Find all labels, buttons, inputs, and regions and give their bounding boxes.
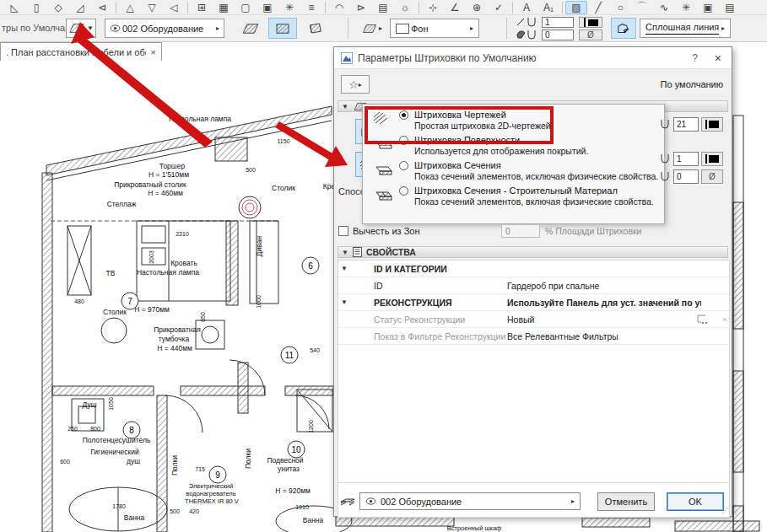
view-tab[interactable]: . План расстановки мебели и обор... × bbox=[0, 42, 162, 61]
plan-label: Полотенцесушитель bbox=[83, 436, 151, 444]
polyline-tool-icon[interactable]: ⌒ bbox=[631, 0, 653, 14]
subtract-percent-field[interactable]: 0 bbox=[501, 224, 540, 238]
roof-icon[interactable]: ◿ bbox=[69, 2, 91, 13]
star-icon: ☆ bbox=[348, 78, 359, 91]
plan-label: 2310 bbox=[176, 231, 189, 237]
label-tool-icon[interactable]: A₁ bbox=[537, 2, 559, 13]
slab-icon[interactable]: ◁ bbox=[163, 2, 185, 13]
lamp-icon[interactable]: ☼ bbox=[394, 2, 416, 13]
hatch-category-option-1[interactable]: Штриховка ЧертежейПростая штриховка 2D-ч… bbox=[371, 109, 664, 132]
plan-label: ТВ bbox=[106, 269, 116, 277]
dimension-icon[interactable]: ⊹ bbox=[422, 2, 444, 13]
collapse-triangle-icon[interactable]: ▼ bbox=[338, 298, 350, 306]
dialog-titlebar[interactable]: Параметры Штриховки по Умолчанию ? × bbox=[334, 47, 732, 69]
drawing-tool-icon[interactable]: ▤ bbox=[719, 2, 741, 13]
dialog-footer: 002 Оборудование ▸ Отменить OK bbox=[334, 489, 732, 513]
reconstruction-status-icon bbox=[695, 314, 709, 325]
fill-pen-icon bbox=[516, 17, 538, 28]
fill-pen-swatch[interactable] bbox=[579, 17, 602, 28]
footer-layer-dropdown[interactable]: 002 Оборудование ▸ bbox=[359, 492, 581, 510]
room-number: 7 bbox=[127, 297, 132, 306]
collapse-triangle-icon[interactable]: ▼ bbox=[338, 265, 350, 272]
plan-label: Полки bbox=[170, 455, 179, 476]
cancel-button[interactable]: Отменить bbox=[597, 492, 655, 511]
spline-tool-icon[interactable]: ∿ bbox=[653, 2, 675, 13]
scroll-up-icon[interactable]: ^ bbox=[723, 317, 726, 325]
empty-pen-swatch[interactable]: Ø bbox=[701, 169, 723, 184]
hatch-category-option-2[interactable]: Штриховка ПоверхностиИспользуется для от… bbox=[371, 134, 664, 157]
hatch-mode-drafting-button[interactable] bbox=[236, 18, 265, 39]
tab-close-icon[interactable]: × bbox=[151, 47, 156, 57]
polygon-icon[interactable]: △ bbox=[119, 2, 141, 13]
ok-button[interactable]: OK bbox=[667, 492, 724, 511]
fill-type-flyout[interactable]: ▸ bbox=[358, 19, 386, 38]
hatch-category-option-3[interactable]: Штриховка СеченияПоказ сечений элементов… bbox=[371, 159, 664, 182]
angle-dim-icon[interactable]: ∠ bbox=[444, 2, 466, 13]
plan-label: 500 bbox=[246, 167, 256, 173]
hatch-category-option-4[interactable]: Штриховка Сечения - Строительный Материа… bbox=[371, 185, 664, 207]
favorites-button[interactable]: ☆▸ bbox=[341, 75, 370, 94]
opening-icon[interactable]: ▢ bbox=[235, 2, 257, 13]
plan-label: 1780 bbox=[112, 503, 126, 509]
hatch-tool-icon[interactable]: ▨ bbox=[565, 1, 587, 14]
property-row[interactable]: Статус РеконструкцииНовый bbox=[338, 311, 729, 328]
plan-label: Гигиенический bbox=[90, 448, 139, 456]
line-type-dropdown[interactable]: Сплошная линия ▸ bbox=[640, 19, 731, 38]
bg-pen-icon bbox=[516, 30, 538, 40]
plan-label: H = 920мм bbox=[275, 486, 311, 495]
mesh-icon[interactable]: ⊞ bbox=[191, 2, 213, 13]
column-icon[interactable]: ▯ bbox=[25, 2, 47, 13]
property-row[interactable]: Показ в Фильтре РеконструкцииВсе Релеван… bbox=[338, 328, 729, 345]
subtract-zones-checkbox[interactable] bbox=[338, 226, 348, 236]
pen-number-field[interactable]: 0 bbox=[673, 169, 699, 184]
pen-icon bbox=[659, 119, 671, 130]
radio[interactable] bbox=[399, 186, 408, 196]
axis-dim-icon[interactable]: ⊕ bbox=[466, 2, 488, 13]
layer-dropdown[interactable]: 002 Оборудование ▸ bbox=[105, 19, 224, 38]
circle-tool-icon[interactable]: ○ bbox=[609, 2, 631, 13]
pen-number-field[interactable]: 1 bbox=[673, 152, 699, 166]
polygon2-icon[interactable]: ▽ bbox=[141, 2, 163, 13]
geometry-method-button[interactable] bbox=[611, 18, 636, 39]
radio-selected[interactable] bbox=[399, 110, 408, 120]
property-row[interactable]: IDГардероб при спальне bbox=[338, 277, 729, 294]
resize-grip[interactable]: ⋰ bbox=[721, 506, 730, 514]
arc-tool-icon[interactable]: ◠ bbox=[328, 2, 350, 13]
bg-pen-field[interactable]: 0 bbox=[542, 30, 574, 40]
dialog-close-button[interactable]: × bbox=[711, 51, 725, 65]
fill-pen-field[interactable]: 1 bbox=[542, 17, 574, 28]
image-tool-icon[interactable]: ▣ bbox=[697, 2, 719, 13]
property-row[interactable]: ▼ID И КАТЕГОРИИ bbox=[338, 261, 729, 277]
hotspot-tool-icon[interactable]: ✳ bbox=[675, 2, 697, 13]
axis-icon[interactable]: ✳ bbox=[278, 2, 300, 13]
text-tool-icon[interactable]: A bbox=[516, 2, 537, 13]
stair-icon[interactable]: ≡ bbox=[300, 2, 322, 13]
grid-icon[interactable]: ▦ bbox=[213, 2, 235, 13]
pen-color-swatch[interactable] bbox=[701, 117, 723, 132]
beam-icon[interactable]: ◇ bbox=[47, 2, 69, 13]
plan-label: Полки bbox=[244, 449, 252, 469]
property-row[interactable]: ▼РЕКОНСТРУКЦИЯИспользуйте Панель для уст… bbox=[338, 294, 729, 311]
background-fill-dropdown[interactable]: Фон ▸ bbox=[390, 19, 479, 38]
default-hatch-dropdown[interactable]: ▼ bbox=[66, 19, 96, 38]
separator bbox=[419, 2, 419, 13]
pen-color-swatch[interactable] bbox=[701, 152, 723, 166]
zone-icon[interactable]: ▤ bbox=[372, 2, 394, 13]
radio[interactable] bbox=[399, 136, 408, 145]
door-icon[interactable]: ▣ bbox=[257, 2, 278, 13]
help-button[interactable]: ? bbox=[683, 52, 706, 64]
properties-panel-header[interactable]: ▼ СВОЙСТВА bbox=[338, 246, 728, 258]
wall-icon[interactable]: ◺ bbox=[3, 2, 25, 13]
pen-number-field[interactable]: 21 bbox=[673, 117, 699, 132]
hatch-mode-cover-button[interactable] bbox=[268, 18, 297, 39]
bg-pen-swatch[interactable]: Ø bbox=[579, 30, 602, 40]
level-dim-icon[interactable]: ✓ bbox=[488, 2, 510, 13]
plan-label: Столик bbox=[272, 184, 295, 192]
radio[interactable] bbox=[399, 161, 408, 170]
line-tool-icon[interactable]: ╱ bbox=[587, 2, 609, 13]
camera-icon[interactable]: ⊲ bbox=[91, 2, 113, 13]
hatch-mode-cut-button[interactable] bbox=[300, 18, 329, 39]
flag-icon[interactable]: ⊳ bbox=[350, 2, 372, 13]
plan-label: Электрический bbox=[189, 482, 233, 490]
room-number: 6 bbox=[308, 261, 313, 271]
